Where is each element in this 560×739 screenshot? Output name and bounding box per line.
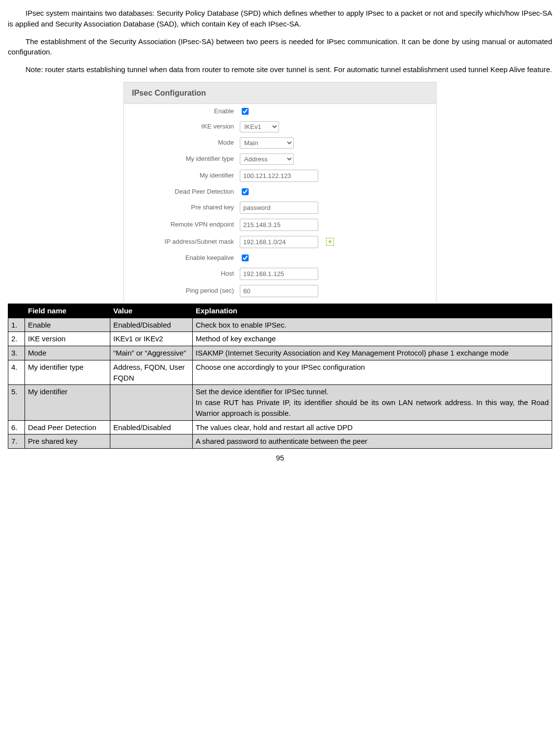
table-cell-num: 7.: [8, 434, 25, 449]
host-label: Host: [132, 269, 240, 279]
table-cell-value: [110, 385, 193, 420]
table-cell-num: 1.: [8, 318, 25, 332]
host-input[interactable]: [240, 268, 318, 280]
table-cell-field: IKE version: [25, 332, 110, 346]
table-row: 6.Dead Peer DetectionEnabled/DisabledThe…: [8, 420, 552, 434]
ike-label: IKE version: [132, 122, 240, 131]
dpd-checkbox[interactable]: [242, 188, 249, 195]
dpd-label: Dead Peer Detection: [132, 187, 240, 197]
paragraph-3: Note: router starts establishing tunnel …: [8, 64, 552, 75]
table-cell-field: Mode: [25, 346, 110, 360]
table-cell-field: My identifier: [25, 385, 110, 420]
table-cell-value: Enabled/Disabled: [110, 420, 193, 434]
table-cell-value: Address, FQDN, User FQDN: [110, 360, 193, 385]
enable-checkbox[interactable]: [242, 108, 249, 115]
add-subnet-icon[interactable]: +: [326, 238, 334, 246]
table-row: 2.IKE versionIKEv1 or IKEv2Method of key…: [8, 332, 552, 346]
enable-label: Enable: [132, 107, 240, 116]
table-cell-exp: Set the device identifier for IPSec tunn…: [193, 385, 552, 420]
table-cell-field: Enable: [25, 318, 110, 332]
th-field: Field name: [25, 304, 110, 318]
table-row: 5.My identifierSet the device identifier…: [8, 385, 552, 420]
table-cell-value: [110, 434, 193, 449]
table-cell-num: 3.: [8, 346, 25, 360]
page-number: 95: [8, 453, 552, 463]
remote-label: Remote VPN endpoint: [132, 220, 240, 229]
table-cell-exp: Method of key exchange: [193, 332, 552, 346]
paragraph-2: The establishment of the Security Associ…: [8, 36, 552, 58]
table-cell-num: 4.: [8, 360, 25, 385]
table-cell-exp: A shared password to authenticate betwee…: [193, 434, 552, 449]
id-label: My identifier: [132, 171, 240, 180]
table-cell-value: Enabled/Disabled: [110, 318, 193, 332]
psk-input[interactable]: [240, 202, 318, 214]
table-row: 7.Pre shared keyA shared password to aut…: [8, 434, 552, 449]
table-cell-num: 5.: [8, 385, 25, 420]
table-row: 3.Mode“Main” or “Aggressive”ISAKMP (Inte…: [8, 346, 552, 360]
subnet-input[interactable]: [240, 236, 318, 248]
ping-label: Ping period (sec): [132, 286, 240, 296]
ike-select[interactable]: IKEv1: [240, 121, 279, 132]
ping-input[interactable]: [240, 285, 318, 297]
table-cell-num: 6.: [8, 420, 25, 434]
table-cell-value: IKEv1 or IKEv2: [110, 332, 193, 346]
idtype-select[interactable]: Address: [240, 153, 294, 165]
ipsec-config-panel: IPsec Configuration Enable IKE version I…: [123, 82, 437, 302]
mode-label: Mode: [132, 138, 240, 148]
mode-select[interactable]: Main: [240, 137, 294, 149]
table-cell-exp: ISAKMP (Internet Security Association an…: [193, 346, 552, 360]
th-num: [8, 304, 25, 318]
th-value: Value: [110, 304, 193, 318]
table-cell-value: “Main” or “Aggressive”: [110, 346, 193, 360]
paragraph-1: IPsec system maintains two databases: Se…: [8, 8, 552, 29]
table-cell-field: Pre shared key: [25, 434, 110, 449]
table-cell-field: My identifier type: [25, 360, 110, 385]
table-cell-num: 2.: [8, 332, 25, 346]
subnet-label: IP address/Subnet mask: [132, 237, 240, 247]
id-input[interactable]: [240, 170, 318, 182]
keepalive-checkbox[interactable]: [242, 255, 249, 261]
table-row: 4.My identifier typeAddress, FQDN, User …: [8, 360, 552, 385]
remote-input[interactable]: [240, 219, 318, 231]
table-cell-exp: Check box to enable IPSec.: [193, 318, 552, 332]
th-exp: Explanation: [193, 304, 552, 318]
table-cell-exp: Choose one accordingly to your IPSec con…: [193, 360, 552, 385]
table-cell-field: Dead Peer Detection: [25, 420, 110, 434]
table-cell-exp: The values clear, hold and restart all a…: [193, 420, 552, 434]
panel-header: IPsec Configuration: [124, 82, 436, 104]
keepalive-label: Enable keepalive: [132, 254, 240, 263]
psk-label: Pre shared key: [132, 203, 240, 212]
idtype-label: My identifier type: [132, 154, 240, 164]
table-row: 1.EnableEnabled/DisabledCheck box to ena…: [8, 318, 552, 332]
field-table: Field name Value Explanation 1.EnableEna…: [8, 304, 552, 449]
